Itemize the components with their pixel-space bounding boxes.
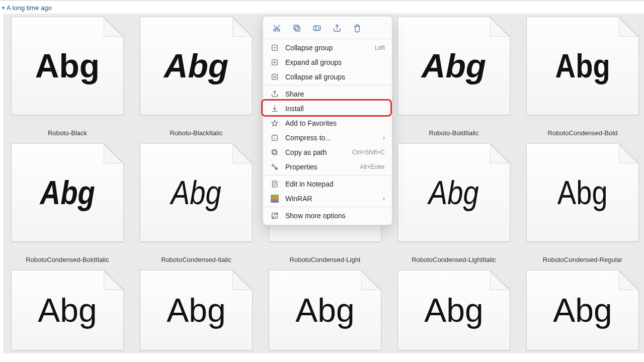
font-file-tile[interactable]: AbgRobotoCondensed-Regular [518,140,644,267]
menu-item-expand-all-groups[interactable]: Expand all groups [263,55,392,69]
font-sample-text: Abg [164,49,228,82]
submenu-arrow-icon: › [383,195,385,202]
menu-item-share[interactable]: Share [263,86,392,101]
menu-item-label: Share [285,90,385,98]
menu-item-label: Compress to... [285,134,377,142]
font-file-tile[interactable]: Abg [132,267,261,353]
font-thumbnail: Abg [526,17,639,115]
props-icon [270,162,279,171]
font-thumbnail: Abg [140,143,253,242]
menu-item-collapse-group[interactable]: Collapse groupLeft [263,40,392,55]
font-thumbnail: Abg [11,17,124,115]
svg-rect-32 [295,27,300,31]
menu-item-label: Collapse all groups [285,73,385,81]
font-file-tile[interactable]: Abg [3,267,132,353]
menu-item-add-to-favorites[interactable]: Add to Favorites [263,116,392,130]
font-thumbnail: Abg [397,143,510,242]
group-header-label: A long time ago [7,4,52,12]
font-sample-text: Abg [38,294,97,327]
star-icon [270,119,279,128]
font-sample-text: Abg [557,176,608,209]
file-name-label: Roboto-Black [48,129,87,137]
font-sample-text: Abg [429,176,479,209]
menu-item-edit-in-notepad[interactable]: Edit in Notepad [263,176,392,191]
more-icon [270,211,279,220]
share-icon [270,89,279,99]
zip-icon [270,133,279,142]
font-thumbnail: Abg [11,270,124,350]
submenu-arrow-icon: › [383,134,385,141]
font-thumbnail: Abg [526,270,639,350]
font-sample-text: Abg [422,49,486,82]
svg-rect-41 [272,149,276,153]
font-file-tile[interactable]: Abg [518,267,644,353]
font-sample-text: Abg [553,294,612,327]
font-file-tile[interactable]: AbgRobotoCondensed-Italic [132,140,261,267]
menu-item-properties[interactable]: PropertiesAlt+Enter [263,159,392,174]
delete-icon[interactable] [353,24,362,33]
font-file-tile[interactable]: Abg [261,267,389,353]
context-menu: ACollapse groupLeftExpand all groupsColl… [263,16,392,225]
font-sample-text: Abg [167,294,225,327]
font-thumbnail: Abg [269,270,381,350]
menu-item-label: Copy as path [285,148,346,156]
menu-item-shortcut: Ctrl+Shift+C [352,149,385,156]
share-icon[interactable] [333,24,342,33]
menu-item-label: Collapse group [285,44,369,52]
font-file-tile[interactable]: Abg [389,267,518,353]
group-header[interactable]: ▾ A long time ago [0,1,644,14]
menu-item-label: Add to Favorites [285,119,385,127]
menu-item-label: Expand all groups [285,58,385,66]
file-name-label: RobotoCondensed-Italic [161,256,231,263]
menu-item-shortcut: Left [375,44,385,51]
font-file-tile[interactable]: AbgRobotoCondensed-Bold [518,14,644,140]
winrar-icon [270,194,279,203]
font-sample-text: Abg [424,294,483,327]
font-thumbnail: Abg [140,17,253,115]
menu-item-label: Show more options [285,212,385,220]
font-file-tile[interactable]: AbgRoboto-Black [3,14,132,140]
svg-rect-40 [273,150,277,154]
collapseall-icon [270,72,279,81]
collapse-icon [270,43,279,52]
font-thumbnail: Abg [397,270,510,350]
font-sample-text: Abg [295,294,354,327]
font-thumbnail: Abg [140,270,253,350]
file-name-label: RobotoCondensed-Regular [543,256,622,263]
chevron-down-icon: ▾ [2,5,5,11]
notepad-icon [270,179,279,189]
menu-item-label: Properties [285,163,354,171]
menu-item-label: Edit in Notepad [285,180,385,188]
file-name-label: RobotoCondensed-BoldItalic [26,256,109,263]
file-name-label: Roboto-BoldItalic [429,129,479,137]
install-icon [270,104,279,113]
menu-item-label: Install [285,105,385,113]
svg-rect-38 [272,74,278,79]
svg-rect-33 [294,25,298,30]
expand-icon [270,58,279,67]
menu-item-compress-to[interactable]: Compress to...› [263,130,392,145]
file-name-label: Roboto-BlackItalic [170,129,223,137]
font-file-tile[interactable]: AbgRobotoCondensed-LightItalic [389,140,518,267]
font-thumbnail: Abg [526,143,639,242]
copypath-icon [270,148,279,157]
font-file-tile[interactable]: AbgRoboto-BoldItalic [389,14,518,140]
font-file-tile[interactable]: AbgRobotoCondensed-BoldItalic [3,140,132,267]
menu-item-label: WinRAR [285,195,377,203]
copy-icon[interactable] [292,24,301,33]
font-sample-text: Abg [40,176,95,209]
menu-item-install[interactable]: Install [263,101,392,116]
font-sample-text: Abg [35,49,100,82]
menu-item-collapse-all-groups[interactable]: Collapse all groups [263,69,392,84]
file-name-label: RobotoCondensed-Light [290,256,361,263]
file-name-label: RobotoCondensed-LightItalic [412,256,496,263]
menu-item-copy-as-path[interactable]: Copy as pathCtrl+Shift+C [263,145,392,159]
cut-icon[interactable] [272,24,281,33]
svg-text:A: A [317,27,320,30]
context-menu-toolbar: A [263,19,392,38]
menu-item-show-more-options[interactable]: Show more options [263,208,392,223]
rename-icon[interactable]: A [312,24,321,33]
menu-item-winrar[interactable]: WinRAR› [263,191,392,206]
font-file-tile[interactable]: AbgRoboto-BlackItalic [132,14,261,140]
font-sample-text: Abg [171,176,221,209]
